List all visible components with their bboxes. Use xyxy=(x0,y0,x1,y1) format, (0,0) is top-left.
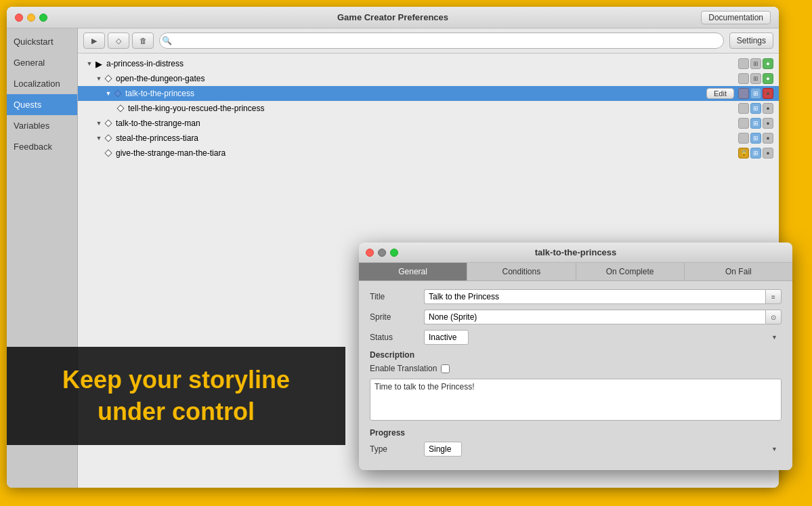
tree-icon-lock[interactable] xyxy=(738,103,749,114)
tab-conditions[interactable]: Conditions xyxy=(467,263,576,280)
tree-icon-toggle[interactable]: ● xyxy=(763,58,773,69)
diamond-filled-icon xyxy=(113,89,123,98)
tree-row-actions: ⊞ ● xyxy=(738,118,773,129)
tree-arrow-icon: ▼ xyxy=(104,89,113,98)
tree-row-actions: 🔒 ⊞ ● xyxy=(738,148,773,159)
promo-box: Keep your storyline under control xyxy=(7,347,345,445)
tree-icon-toggle[interactable]: ● xyxy=(763,118,773,129)
tree-row-actions: ⊞ ● xyxy=(738,73,773,84)
tree-item-label: give-the-strange-man-the-tiara xyxy=(116,148,738,158)
maximize-button[interactable] xyxy=(39,14,47,22)
sidebar-item-quickstart[interactable]: Quickstart xyxy=(7,31,77,52)
tree-row[interactable]: ▼ steal-the-princess-tiara ⊞ ● xyxy=(78,131,779,146)
type-select[interactable]: Single Multiple xyxy=(424,442,462,457)
tree-row[interactable]: give-the-strange-man-the-tiara 🔒 ⊞ ● xyxy=(78,146,779,161)
tree-row-selected[interactable]: ▼ talk-to-the-princess Edit ⊞ ● xyxy=(78,86,779,101)
sprite-action-button[interactable]: ⊙ xyxy=(765,310,782,324)
title-action-button[interactable]: ≡ xyxy=(765,289,782,304)
tree-icon-lock[interactable] xyxy=(738,118,749,129)
tree-item-label: talk-to-the-princess xyxy=(125,89,706,98)
documentation-button[interactable]: Documentation xyxy=(701,11,771,24)
tree-item-label: tell-the-king-you-rescued-the-princess xyxy=(128,104,738,113)
promo-line1: Keep your storyline xyxy=(62,364,290,396)
tree-item-label: a-princess-in-distress xyxy=(106,59,738,68)
tree-row[interactable]: ▼ open-the-dungeon-gates ⊞ ● xyxy=(78,71,779,86)
dialog-window: talk-to-the-princess General Conditions … xyxy=(359,243,792,470)
status-select-wrapper: Inactive Active Complete Failed ▼ xyxy=(424,330,782,345)
tree-icon-grid[interactable]: ⊞ xyxy=(750,88,761,99)
select-arrow-icon: ▼ xyxy=(771,334,777,341)
tree-icon-toggle[interactable]: ● xyxy=(763,133,773,144)
tree-icon-toggle[interactable]: ● xyxy=(763,73,773,84)
tab-on-fail[interactable]: On Fail xyxy=(685,263,792,280)
status-select[interactable]: Inactive Active Complete Failed xyxy=(424,330,469,345)
tree-row[interactable]: ▼ ▶ a-princess-in-distress ⊞ ● xyxy=(78,56,779,71)
dialog-minimize-button[interactable] xyxy=(378,249,386,257)
dialog-body: Title ≡ Sprite ⊙ Status Inactive Active … xyxy=(359,281,792,470)
search-input[interactable] xyxy=(159,33,724,49)
dialog-title-text: talk-to-the-princess xyxy=(535,247,617,257)
tab-general[interactable]: General xyxy=(359,263,467,280)
tree-icon-grid[interactable]: ⊞ xyxy=(750,103,761,114)
tree-icon-lock[interactable] xyxy=(738,133,749,144)
arrow-right-icon: ▶ xyxy=(94,59,104,68)
search-container: 🔍 xyxy=(156,33,727,49)
progress-section-title: Progress xyxy=(370,428,782,438)
diamond-button[interactable]: ◇ xyxy=(108,33,129,49)
tree-icon-grid[interactable]: ⊞ xyxy=(750,73,761,84)
minimize-button[interactable] xyxy=(27,14,35,22)
tree-icon-lock[interactable] xyxy=(738,88,749,99)
edit-button[interactable]: Edit xyxy=(706,88,734,99)
tree-icon-grid[interactable]: ⊞ xyxy=(750,148,761,159)
tree-icon-grid[interactable]: ⊞ xyxy=(750,118,761,129)
tree-icon-toggle[interactable]: ● xyxy=(763,103,773,114)
tab-on-complete[interactable]: On Complete xyxy=(576,263,685,280)
description-section-title: Description xyxy=(370,350,782,360)
title-input[interactable] xyxy=(424,289,765,304)
sidebar-item-localization[interactable]: Localization xyxy=(7,73,77,94)
sprite-row: Sprite ⊙ xyxy=(370,310,782,324)
diamond-icon xyxy=(104,119,113,128)
type-row: Type Single Multiple ▼ xyxy=(370,442,782,457)
tree-icon-grid[interactable]: ⊞ xyxy=(750,58,761,69)
enable-translation-label: Enable Translation xyxy=(370,364,437,373)
sidebar-item-general[interactable]: General xyxy=(7,52,77,73)
select-arrow-icon: ▼ xyxy=(771,446,777,452)
close-button[interactable] xyxy=(15,14,23,22)
sidebar-item-quests[interactable]: Quests xyxy=(7,94,77,115)
tree-row[interactable]: tell-the-king-you-rescued-the-princess ⊞… xyxy=(78,101,779,116)
progress-section: Progress Type Single Multiple ▼ xyxy=(370,428,782,457)
tree-item-label: steal-the-princess-tiara xyxy=(116,133,738,143)
sprite-input[interactable] xyxy=(424,310,765,324)
diamond-icon xyxy=(104,148,113,158)
tree-icon-grid[interactable]: ⊞ xyxy=(750,133,761,144)
dialog-maximize-button[interactable] xyxy=(390,249,398,257)
sidebar-item-feedback[interactable]: Feedback xyxy=(7,136,77,157)
tree-arrow-icon: ▼ xyxy=(94,133,104,143)
sprite-label: Sprite xyxy=(370,312,424,322)
status-row: Status Inactive Active Complete Failed ▼ xyxy=(370,330,782,345)
tree-row-actions: ⊞ ● xyxy=(738,103,773,114)
promo-line2: under control xyxy=(98,396,255,428)
tree-row[interactable]: ▼ talk-to-the-strange-man ⊞ ● xyxy=(78,116,779,131)
diamond-icon xyxy=(104,133,113,143)
settings-button[interactable]: Settings xyxy=(729,33,773,49)
tree-icon-lock[interactable] xyxy=(738,58,749,69)
play-button[interactable]: ▶ xyxy=(83,33,105,49)
tree-item-label: open-the-dungeon-gates xyxy=(116,74,738,83)
tree-row-actions: ⊞ ● xyxy=(738,133,773,144)
type-select-wrapper: Single Multiple ▼ xyxy=(424,442,782,457)
description-textarea[interactable]: Time to talk to the Princess! xyxy=(370,379,782,421)
sidebar-item-variables[interactable]: Variables xyxy=(7,115,77,136)
window-title: Game Creator Preferences xyxy=(337,12,448,22)
type-label: Type xyxy=(370,444,424,454)
tree-icon-lock[interactable] xyxy=(738,73,749,84)
tree-icon-lock-gold[interactable]: 🔒 xyxy=(738,148,749,159)
title-bar: Game Creator Preferences Documentation xyxy=(7,7,779,28)
tree-icon-toggle[interactable]: ● xyxy=(763,148,773,159)
enable-translation-row: Enable Translation xyxy=(370,364,782,373)
dialog-close-button[interactable] xyxy=(366,249,374,257)
enable-translation-checkbox[interactable] xyxy=(441,364,450,373)
tree-icon-toggle[interactable]: ● xyxy=(763,88,773,99)
delete-button[interactable]: 🗑 xyxy=(132,33,154,49)
